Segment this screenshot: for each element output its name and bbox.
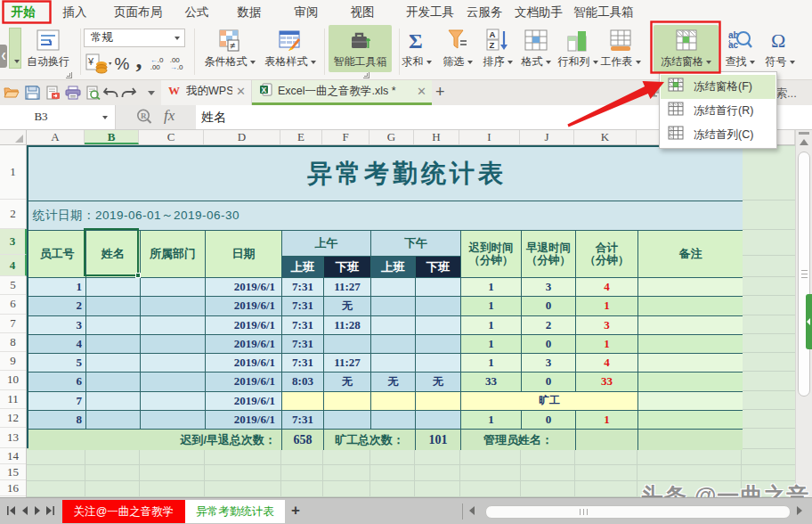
cell-pm-in[interactable] bbox=[371, 411, 416, 430]
cell-pm-out[interactable] bbox=[416, 392, 461, 411]
cell-pm-in[interactable] bbox=[371, 335, 416, 354]
cell-emp[interactable]: 2 bbox=[28, 297, 86, 315]
cell-late[interactable]: 1 bbox=[461, 335, 522, 354]
filter-button[interactable]: 筛选 bbox=[438, 25, 477, 72]
cell-early[interactable]: 2 bbox=[522, 316, 576, 335]
cell-am-in[interactable]: 7:31 bbox=[282, 411, 324, 430]
menu-tab-smart-toolbox[interactable]: 智能工具箱 bbox=[568, 0, 639, 25]
more-icon[interactable] bbox=[142, 84, 160, 102]
cell-date[interactable]: 2019/6/1 bbox=[206, 392, 282, 411]
cell-total[interactable]: 1 bbox=[576, 335, 638, 354]
vertical-scrollbar-thumb[interactable] bbox=[798, 151, 810, 397]
header-clock-out[interactable]: 下班 bbox=[416, 257, 461, 278]
column-header-A[interactable]: A bbox=[27, 130, 85, 144]
cell-name[interactable] bbox=[86, 392, 141, 411]
cell-pm-out[interactable]: 无 bbox=[416, 373, 461, 391]
rows-cols-button[interactable]: 行和列 bbox=[556, 25, 600, 72]
close-icon[interactable]: ✕ bbox=[417, 85, 426, 98]
header-note[interactable]: 备注 bbox=[638, 231, 743, 278]
cell-pm-in[interactable] bbox=[371, 316, 416, 335]
cell-early[interactable]: 0 bbox=[522, 373, 576, 391]
header-clock-out[interactable]: 下班 bbox=[324, 257, 371, 278]
cell-date[interactable]: 2019/6/1 bbox=[206, 373, 282, 391]
smart-toolbox-button[interactable]: 智能工具箱 bbox=[329, 25, 392, 72]
cell-name[interactable] bbox=[86, 316, 141, 335]
scroll-right-icon[interactable] bbox=[797, 506, 802, 515]
row-header-14[interactable]: 14 bbox=[0, 448, 26, 464]
cell-am-in[interactable]: 7:31 bbox=[282, 354, 324, 373]
cell-pm-in[interactable] bbox=[371, 297, 416, 315]
cell-note[interactable] bbox=[638, 392, 743, 411]
cell-pm-out[interactable] bbox=[416, 316, 461, 335]
comma-format-button[interactable]: ‚ bbox=[134, 53, 144, 75]
menu-item-freeze-top-row[interactable]: 冻结首行(R) bbox=[661, 99, 775, 123]
column-header-C[interactable]: C bbox=[139, 130, 204, 144]
collapse-sidebar-handle[interactable]: ❮ bbox=[0, 45, 7, 68]
cell-note[interactable] bbox=[638, 316, 743, 335]
cell-emp[interactable]: 1 bbox=[28, 278, 86, 297]
cell-name[interactable] bbox=[86, 278, 141, 297]
cell-total[interactable]: 1 bbox=[576, 411, 638, 430]
row-header-1[interactable]: 1 bbox=[0, 145, 26, 200]
cell-date[interactable]: 2019/6/1 bbox=[206, 354, 282, 373]
column-header-J[interactable]: J bbox=[520, 130, 574, 144]
cell-name[interactable] bbox=[86, 335, 141, 354]
cell-pm-out[interactable] bbox=[416, 354, 461, 373]
row-header-13[interactable]: 13 bbox=[0, 428, 26, 448]
doc-tab-active-file[interactable]: X Excel一曲之音教学.xls * ✕ bbox=[252, 80, 432, 105]
cell-pm-out[interactable] bbox=[416, 297, 461, 315]
cell-total[interactable]: 4 bbox=[576, 354, 638, 373]
cell-late[interactable]: 1 bbox=[461, 297, 522, 315]
cell-pm-in[interactable]: 无 bbox=[371, 373, 416, 391]
cell-emp[interactable]: 7 bbox=[28, 392, 86, 411]
cell-early[interactable]: 0 bbox=[522, 335, 576, 354]
cell-note[interactable] bbox=[638, 354, 743, 373]
cell-name[interactable] bbox=[86, 354, 141, 373]
row-header-3[interactable]: 3 bbox=[0, 229, 27, 255]
row-header-8[interactable]: 8 bbox=[0, 333, 26, 352]
select-all-corner[interactable] bbox=[0, 130, 27, 144]
summary-note[interactable] bbox=[638, 430, 743, 450]
magnifier-r-icon[interactable]: R bbox=[135, 108, 154, 130]
cell-emp[interactable]: 4 bbox=[28, 335, 86, 354]
cell-date[interactable]: 2019/6/1 bbox=[206, 278, 282, 297]
cell-am-in[interactable]: 7:31 bbox=[282, 297, 324, 315]
column-header-D[interactable]: D bbox=[204, 130, 280, 144]
cell-early[interactable]: 0 bbox=[522, 297, 576, 315]
cell-am-in[interactable]: 7:31 bbox=[282, 335, 324, 354]
table-style-button[interactable]: 表格样式 bbox=[260, 25, 321, 72]
insert-function-icon[interactable]: fx bbox=[164, 107, 175, 125]
cell-total[interactable]: 3 bbox=[576, 316, 638, 335]
cell-am-out[interactable]: 11:27 bbox=[324, 354, 371, 373]
row-header-15[interactable]: 15 bbox=[0, 464, 26, 480]
header-total-minutes[interactable]: 合计（分钟） bbox=[576, 231, 638, 278]
cell-dept[interactable] bbox=[141, 297, 206, 315]
add-sheet-button[interactable]: + bbox=[291, 502, 300, 520]
cell-am-out[interactable] bbox=[324, 392, 371, 411]
symbol-button[interactable]: Ω符号 bbox=[759, 25, 800, 72]
menu-item-freeze-first-col[interactable]: 冻结首列(C) bbox=[661, 123, 775, 147]
summary-late-label[interactable]: 迟到/早退总次数： bbox=[28, 430, 282, 450]
open-icon[interactable] bbox=[3, 84, 20, 102]
cell-late[interactable]: 1 bbox=[461, 411, 522, 430]
cell-note[interactable] bbox=[638, 297, 743, 315]
freeze-panes-button[interactable]: 冻结窗格 bbox=[654, 25, 719, 72]
decrease-decimal-button[interactable]: .00→.0 bbox=[167, 53, 185, 75]
sum-button[interactable]: Σ求和 bbox=[395, 25, 438, 72]
cell-pm-in[interactable] bbox=[371, 392, 416, 411]
menu-tab-insert[interactable]: 插入 bbox=[39, 0, 110, 25]
menu-item-freeze-panes[interactable]: 冻结窗格(F) bbox=[661, 75, 775, 99]
sheet-tab-active[interactable]: 异常考勤统计表 bbox=[185, 500, 285, 523]
cell-dept[interactable] bbox=[141, 392, 206, 411]
cell-am-out[interactable] bbox=[324, 411, 371, 430]
column-header-I[interactable]: I bbox=[459, 130, 520, 144]
prev-sheet-icon[interactable] bbox=[19, 504, 31, 517]
row-header-11[interactable]: 11 bbox=[0, 390, 26, 409]
find-button[interactable]: abac查找 bbox=[720, 25, 759, 72]
sort-button[interactable]: AZ排序 bbox=[477, 25, 518, 72]
cell-am-in[interactable]: 7:31 bbox=[282, 278, 324, 297]
cell-pm-in[interactable] bbox=[371, 354, 416, 373]
cell-name[interactable] bbox=[86, 297, 141, 315]
cell-late[interactable]: 1 bbox=[461, 354, 522, 373]
cell-late[interactable]: 1 bbox=[461, 278, 522, 297]
